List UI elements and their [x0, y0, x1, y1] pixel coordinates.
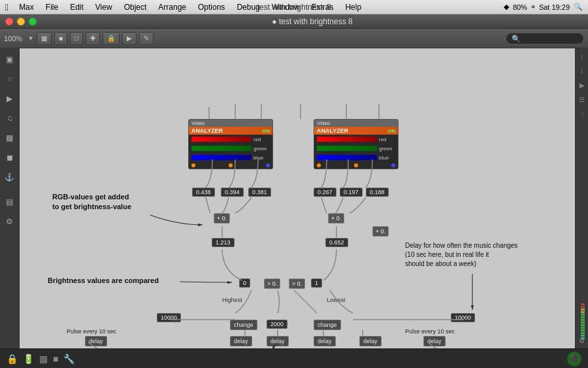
canvas[interactable]: Video ANALYZER ON red green blue [20, 48, 575, 348]
close-button[interactable] [5, 18, 13, 25]
compare-zero[interactable]: 0 [239, 278, 250, 288]
grid-bottom-icon[interactable]: ■ [53, 354, 58, 364]
plus-node-left[interactable]: + 0. [214, 213, 230, 224]
title-bar: ● test with brightness 8 [0, 14, 588, 29]
volume-meter [578, 60, 588, 342]
value-10000-right[interactable]: 10000 [451, 313, 475, 322]
value-2000[interactable]: 2000 [267, 320, 287, 329]
sidebar-link-icon[interactable]: ⚓ [3, 170, 17, 184]
lock-icon[interactable]: 🔒 [7, 354, 18, 364]
dot-orange-4 [354, 163, 358, 167]
dot-blue-2 [391, 163, 395, 167]
dropdown-icon[interactable]: ▼ [27, 35, 34, 42]
value-left-b[interactable]: 0.381 [248, 188, 271, 197]
value-10000-left[interactable]: 10000 [157, 313, 181, 322]
snap-btn[interactable]: ✚ [86, 32, 100, 45]
vol-seg-yellow [581, 309, 585, 310]
search-icon[interactable]: 🔍 [574, 3, 583, 11]
annotate-btn[interactable]: ✎ [139, 32, 154, 45]
menu-file[interactable]: File [41, 0, 63, 14]
speaker-icon[interactable]: 🔋 [23, 354, 34, 364]
left-sidebar: ▣ ☜ ▶ ♫ ▩ ◼ ⚓ ▤ ⚙ [0, 48, 20, 348]
video-icon[interactable]: ▩ [39, 354, 48, 364]
sidebar-object-icon[interactable]: ▣ [3, 52, 17, 67]
delay-node-3[interactable]: delay [267, 336, 289, 346]
lowest-label: Lowest [327, 297, 346, 303]
vol-seg-red [581, 303, 585, 305]
analyzer2-green: green [314, 144, 398, 153]
sum-right[interactable]: 0.652 [325, 238, 348, 247]
value-right-g[interactable]: 0.197 [340, 188, 363, 197]
sidebar-image-icon[interactable]: ◼ [3, 150, 17, 165]
fit-btn[interactable]: ▦ [37, 32, 52, 45]
delay-node-1[interactable]: delay [85, 336, 107, 346]
main-area: ▣ ☜ ▶ ♫ ▩ ◼ ⚓ ▤ ⚙ [0, 48, 588, 348]
window-title-menubar: test with brightness 8 [257, 3, 331, 12]
delay-right-annotation: Delay for how often the music changes(10… [405, 241, 517, 269]
value-left-g[interactable]: 0.394 [221, 188, 244, 197]
vol-seg-green4 [581, 322, 585, 324]
window-title: ● test with brightness 8 [42, 17, 583, 26]
menu-view[interactable]: View [90, 0, 118, 14]
plus-node-3[interactable]: + 0. [372, 226, 389, 237]
analyzer-1: Video ANALYZER ON red green blue [188, 119, 273, 169]
change-node-1[interactable]: change [230, 320, 257, 330]
analyzer1-title: Video [189, 120, 272, 127]
rgb-annotation: RGB-values get addedto get brightness-va… [52, 192, 131, 212]
search-input[interactable] [506, 33, 584, 44]
sidebar-wave-icon[interactable]: ▤ [3, 195, 17, 209]
view-btn[interactable]: □ [70, 32, 83, 45]
traffic-lights [5, 18, 37, 25]
value-right-r[interactable]: 0.267 [314, 188, 336, 197]
lock-btn[interactable]: 🔒 [103, 32, 120, 45]
dropbox-icon: ◆ [504, 3, 509, 11]
delay-node-4[interactable]: delay [314, 336, 336, 346]
menu-help[interactable]: Help [340, 0, 367, 14]
dot-orange-1 [191, 163, 195, 167]
clock-label: Sat 19:29 [539, 3, 570, 11]
menu-object[interactable]: Object [119, 0, 152, 14]
main-window: ● test with brightness 8 100% ▼ ▦ ■ □ ✚ … [0, 14, 588, 368]
analyzer2-blue: blue [314, 153, 398, 162]
dot-blue-1 [266, 163, 270, 167]
sidebar-video-icon[interactable]: ▩ [3, 131, 17, 145]
highest-label: Highest [222, 297, 242, 303]
sidebar-music-icon[interactable]: ♫ [3, 111, 17, 125]
plus-node-right[interactable]: + 0. [328, 213, 344, 224]
value-right-b[interactable]: 0.188 [366, 188, 389, 197]
sidebar-gear-icon[interactable]: ⚙ [3, 214, 17, 229]
vol-seg-green2 [581, 316, 585, 318]
menu-edit[interactable]: Edit [65, 0, 89, 14]
menu-bar:  Max File Edit View Object Arrange Opti… [0, 0, 588, 14]
vol-seg-green3 [581, 319, 585, 321]
right-sidebar: ↕ i ▶ ☰ ◾ ⚙ [575, 48, 588, 348]
analyzer2-header: ANALYZER ON [314, 127, 398, 135]
brightness-annotation: Brightness values are compared [48, 276, 159, 286]
maximize-button[interactable] [29, 18, 37, 25]
grid-btn[interactable]: ■ [54, 32, 67, 45]
minimize-button[interactable] [17, 18, 25, 25]
node-one[interactable]: 1 [311, 278, 322, 288]
sum-left[interactable]: 1.213 [212, 238, 235, 247]
menu-arrange[interactable]: Arrange [153, 0, 191, 14]
value-left-r[interactable]: 0.438 [192, 188, 215, 197]
vol-seg-green6 [581, 327, 585, 329]
change-node-2[interactable]: change [314, 320, 341, 330]
wrench-icon[interactable]: 🔧 [63, 354, 74, 364]
sidebar-tool-icon[interactable]: ☜ [3, 72, 17, 86]
toolbar: 100% ▼ ▦ ■ □ ✚ 🔒 ▶ ✎ [0, 29, 588, 48]
vol-seg-green5 [581, 324, 585, 326]
play-btn[interactable]: ▶ [122, 32, 137, 45]
delay-node-6[interactable]: delay [423, 336, 446, 346]
vol-seg-teal2 [581, 337, 585, 339]
sidebar-media-icon[interactable]: ▶ [3, 92, 17, 106]
apple-menu[interactable]:  [5, 2, 8, 12]
gt-node-1[interactable]: > 0. [264, 278, 280, 289]
power-button[interactable]: ⚫ [567, 352, 581, 366]
menu-max[interactable]: Max [14, 0, 39, 14]
vol-seg-green7 [581, 329, 585, 331]
delay-node-2[interactable]: delay [230, 336, 252, 346]
delay-node-5[interactable]: delay [359, 336, 382, 346]
menu-options[interactable]: Options [193, 0, 230, 14]
gt-node-2[interactable]: > 0. [289, 278, 305, 289]
